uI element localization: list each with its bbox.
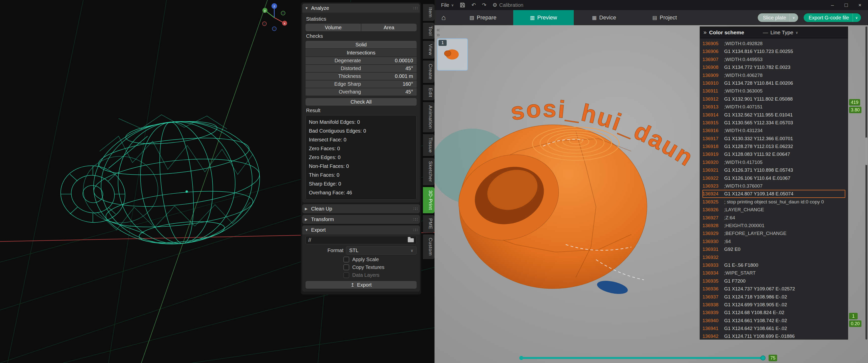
- gcode-line[interactable]: 136917 G1 X130.332 Y112.366 E.00701: [703, 135, 845, 142]
- gcode-line[interactable]: 136906 G1 X134.816 Y110.723 E.00255: [703, 47, 845, 55]
- sidebar-tab[interactable]: View: [423, 41, 434, 59]
- gcode-line[interactable]: 136927 ;Z:64: [703, 214, 845, 222]
- sidebar-tab[interactable]: PME: [423, 215, 434, 233]
- neg-x-axis-ball[interactable]: [262, 22, 267, 26]
- gcode-line[interactable]: 136916 ;WIDTH:0.431234: [703, 127, 845, 134]
- export-gcode-button[interactable]: Export G-code file ∨: [804, 13, 861, 22]
- intersections-check-button[interactable]: Intersections: [306, 49, 416, 57]
- gcode-line[interactable]: 136918 G1 X128.278 Y112.013 E.06232: [703, 142, 845, 150]
- drag-handle-icon[interactable]: ∷∷: [413, 6, 417, 10]
- check-value-field[interactable]: Thickness 0.001 m: [306, 73, 416, 80]
- gcode-line[interactable]: 136940 G1 X124.661 Y108.742 E-.02: [703, 317, 845, 324]
- file-menu[interactable]: File ∨: [441, 2, 454, 8]
- volume-button[interactable]: Volume: [306, 24, 361, 31]
- gcode-line[interactable]: 136913 ;WIDTH:0.407151: [703, 103, 845, 111]
- sidebar-tab[interactable]: Edit: [423, 85, 434, 101]
- tab-prepare[interactable]: ▧ Prepare: [453, 10, 513, 25]
- sidebar-tab[interactable]: Animation: [423, 102, 434, 132]
- gcode-line[interactable]: 136910 G1 X134.728 Y110.841 E.00206: [703, 79, 845, 87]
- layer-slider-top-badges[interactable]: 419 3.80: [849, 99, 862, 113]
- gcode-line[interactable]: 136912 G1 X132.901 Y111.802 E.05088: [703, 95, 845, 103]
- redo-icon[interactable]: ↷: [482, 2, 487, 8]
- gcode-line[interactable]: 136915 G1 X130.565 Y112.334 E.05703: [703, 119, 845, 127]
- gcode-line[interactable]: 136924 G1 X124.807 Y109.148 E.05074: [703, 190, 845, 198]
- clean-up-panel-header[interactable]: ▶ Clean Up ∷∷: [302, 204, 420, 213]
- gcode-line[interactable]: 136907 ;WIDTH:0.449553: [703, 56, 845, 63]
- gcode-line[interactable]: 136930 ;64: [703, 237, 845, 245]
- gcode-line[interactable]: 136939 G1 X124.68 Y108.824 E-.02: [703, 308, 845, 317]
- gcode-line[interactable]: 136932: [703, 253, 845, 261]
- copy-textures-checkbox[interactable]: [343, 264, 349, 270]
- export-panel-header[interactable]: ▼ Export ∷∷: [302, 225, 420, 234]
- gcode-line[interactable]: 136931 G92 E0: [703, 245, 845, 253]
- sidebar-tab[interactable]: 3D-Print: [423, 187, 434, 213]
- neg-z-axis-ball[interactable]: [272, 27, 276, 31]
- plate-thumbnail[interactable]: 1: [437, 38, 468, 71]
- format-select[interactable]: STL ∨: [346, 246, 416, 255]
- check-all-button[interactable]: Check All: [306, 98, 416, 106]
- check-value-field[interactable]: Edge Sharp 160°: [306, 80, 416, 88]
- gcode-line[interactable]: 136925 ; stop printing object sosi_hui_d…: [703, 198, 845, 206]
- analyze-panel-header[interactable]: ▼ Analyze ∷∷: [302, 3, 420, 12]
- apply-scale-checkbox[interactable]: [343, 257, 349, 262]
- gcode-line[interactable]: 136923 ;WIDTH:0.376007: [703, 182, 845, 190]
- color-scheme-label[interactable]: Color scheme: [709, 30, 744, 36]
- area-button[interactable]: Area: [361, 24, 416, 31]
- gcode-line[interactable]: 136941 G1 X124.642 Y108.661 E-.02: [703, 324, 845, 332]
- line-type-selector[interactable]: — Line Type ∨: [763, 30, 798, 36]
- gcode-line[interactable]: 136936 G1 X124.737 Y109.067 E-.02572: [703, 285, 845, 293]
- home-button[interactable]: ⌂: [434, 10, 453, 25]
- drag-handle-icon[interactable]: ∷∷: [413, 217, 417, 222]
- scrollbar-thumb[interactable]: [866, 137, 867, 165]
- tab-project[interactable]: ▤ Project: [634, 10, 695, 25]
- move-progress-slider[interactable]: 75: [520, 357, 764, 359]
- collapse-right-icon[interactable]: »: [436, 32, 440, 37]
- gcode-line-list[interactable]: 136905 ;WIDTH:0.492828 136906 G1 X134.81…: [700, 38, 848, 339]
- wireframe-mesh[interactable]: [56, 113, 266, 252]
- gcode-line[interactable]: 136942 G1 X124.711 Y108.699 E-.01886: [703, 332, 845, 339]
- minimize-button[interactable]: –: [831, 2, 834, 8]
- gcode-line[interactable]: 136908 G1 X134.772 Y110.782 E.0023: [703, 63, 845, 71]
- sidebar-tab[interactable]: Tool: [423, 23, 434, 39]
- slider-handle[interactable]: [761, 356, 766, 361]
- sidebar-tab[interactable]: Item: [423, 4, 434, 21]
- sidebar-tab[interactable]: Tissue: [423, 134, 434, 156]
- gcode-line[interactable]: 136919 G1 X128.083 Y111.92 E.00647: [703, 150, 845, 158]
- save-icon[interactable]: [460, 2, 465, 8]
- tab-device[interactable]: ▦ Device: [574, 10, 634, 25]
- sidebar-tab[interactable]: Create: [423, 61, 434, 83]
- neg-y-axis-ball[interactable]: [281, 11, 285, 15]
- gcode-line[interactable]: 136928 ;HEIGHT:0.200001: [703, 222, 845, 229]
- folder-icon[interactable]: [408, 238, 414, 242]
- gcode-line[interactable]: 136926 ;LAYER_CHANGE: [703, 206, 845, 213]
- gcode-line[interactable]: 136905 ;WIDTH:0.492828: [703, 40, 845, 47]
- check-value-field[interactable]: Distorted 45°: [306, 65, 416, 72]
- check-value-field[interactable]: Overhang 45°: [306, 88, 416, 96]
- slice-plate-button[interactable]: Slice plate ∨: [758, 13, 798, 22]
- drag-handle-icon[interactable]: ∷∷: [413, 206, 417, 211]
- check-value-field[interactable]: Degenerate 0.00010: [306, 57, 416, 64]
- gcode-line[interactable]: 136937 G1 X124.718 Y108.986 E-.02: [703, 293, 845, 301]
- gcode-line[interactable]: 136914 G1 X132.562 Y111.955 E.01041: [703, 111, 845, 119]
- solid-check-button[interactable]: Solid: [306, 41, 416, 48]
- gcode-line[interactable]: 136929 ;BEFORE_LAYER_CHANGE: [703, 229, 845, 237]
- export-path-field[interactable]: //: [306, 236, 416, 244]
- undo-icon[interactable]: ↶: [471, 2, 476, 8]
- gcode-line[interactable]: 136911 ;WIDTH:0.363005: [703, 87, 845, 95]
- gcode-line[interactable]: 136934 ;WIPE_START: [703, 269, 845, 277]
- gcode-line[interactable]: 136938 G1 X124.699 Y108.905 E-.02: [703, 301, 845, 308]
- sidebar-tab[interactable]: Sketcher: [423, 158, 434, 185]
- layer-slider-bottom-badges[interactable]: 1 0.20: [849, 313, 862, 327]
- sidebar-tab[interactable]: Custom: [423, 234, 434, 259]
- axis-gizmo[interactable]: z y x: [258, 2, 291, 32]
- gcode-scrollbar[interactable]: [866, 27, 867, 339]
- drag-handle-icon[interactable]: ∷∷: [413, 228, 417, 232]
- close-button[interactable]: ×: [859, 2, 862, 8]
- gcode-line[interactable]: 136920 ;WIDTH:0.417105: [703, 158, 845, 166]
- export-button[interactable]: ↥ Export: [306, 281, 416, 289]
- gcode-line[interactable]: 136922 G1 X126.106 Y110.64 E.01067: [703, 174, 845, 182]
- chevron-down-icon[interactable]: ∨: [852, 13, 861, 22]
- transform-panel-header[interactable]: ▶ Transform ∷∷: [302, 215, 420, 224]
- gcode-line[interactable]: 136935 G1 F7200: [703, 277, 845, 285]
- gcode-line[interactable]: 136933 G1 E-.56 F1800: [703, 261, 845, 269]
